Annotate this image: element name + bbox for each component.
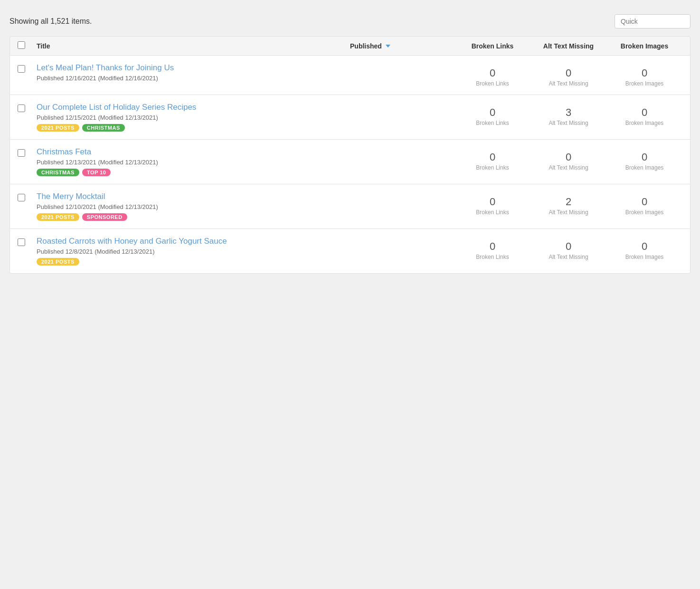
item-stats-3: 0 Broken Links 0 Alt Text Missing 0 Brok…: [454, 147, 682, 171]
header-check-col: [18, 41, 37, 50]
row-checkbox-3[interactable]: [18, 149, 25, 157]
showing-count: Showing all 1,521 items.: [9, 17, 92, 26]
item-title-2[interactable]: Our Complete List of Holiday Series Reci…: [37, 103, 454, 112]
item-title-1[interactable]: Let's Meal Plan! Thanks for Joining Us: [37, 63, 454, 73]
row-checkbox-5[interactable]: [18, 238, 25, 246]
tag-2021posts: 2021 POSTS: [37, 258, 79, 266]
tag-top10: TOP 10: [82, 169, 111, 176]
item-meta-5: Published 12/8/2021 (Modified 12/13/2021…: [37, 248, 454, 255]
quick-search-input[interactable]: [615, 14, 691, 28]
table-row: The Merry Mocktail Published 12/10/2021 …: [9, 184, 691, 229]
stat-alt-text-3: 0 Alt Text Missing: [530, 147, 606, 171]
item-tags: CHRISTMASTOP 10: [37, 169, 454, 176]
header-broken-links: Broken Links: [454, 42, 530, 50]
tag-christmas: CHRISTMAS: [37, 169, 79, 176]
tag-christmas: CHRISTMAS: [82, 124, 125, 132]
stat-broken-images-5: 0 Broken Images: [606, 237, 682, 260]
stat-broken-links-2: 0 Broken Links: [454, 103, 530, 126]
top-bar: Showing all 1,521 items.: [9, 14, 691, 28]
item-stats-2: 0 Broken Links 3 Alt Text Missing 0 Brok…: [454, 103, 682, 126]
item-meta-3: Published 12/13/2021 (Modified 12/13/202…: [37, 159, 454, 166]
stat-broken-images-3: 0 Broken Images: [606, 147, 682, 171]
header-broken-images: Broken Images: [606, 42, 682, 50]
table-row: Christmas Feta Published 12/13/2021 (Mod…: [9, 140, 691, 184]
stat-alt-text-2: 3 Alt Text Missing: [530, 103, 606, 126]
item-tags: 2021 POSTS: [37, 258, 454, 266]
item-tags: 2021 POSTSCHRISTMAS: [37, 124, 454, 132]
item-title-3[interactable]: Christmas Feta: [37, 147, 454, 157]
stat-broken-links-1: 0 Broken Links: [454, 63, 530, 87]
stat-broken-links-3: 0 Broken Links: [454, 147, 530, 171]
row-check-col: [18, 147, 37, 158]
row-checkbox-1[interactable]: [18, 65, 25, 73]
header-published[interactable]: Published: [350, 42, 454, 50]
select-all-checkbox[interactable]: [18, 41, 25, 49]
tag-2021posts: 2021 POSTS: [37, 124, 79, 132]
item-meta-2: Published 12/15/2021 (Modified 12/13/202…: [37, 114, 454, 121]
item-content-5: Roasted Carrots with Honey and Garlic Yo…: [37, 237, 454, 266]
stat-alt-text-4: 2 Alt Text Missing: [530, 192, 606, 216]
items-list: Let's Meal Plan! Thanks for Joining Us P…: [9, 56, 691, 274]
stat-broken-images-2: 0 Broken Images: [606, 103, 682, 126]
item-content-4: The Merry Mocktail Published 12/10/2021 …: [37, 192, 454, 221]
row-checkbox-2[interactable]: [18, 104, 25, 112]
header-title: Title: [37, 42, 350, 50]
item-content-2: Our Complete List of Holiday Series Reci…: [37, 103, 454, 132]
row-check-col: [18, 103, 37, 114]
table-row: Our Complete List of Holiday Series Reci…: [9, 95, 691, 140]
item-stats-4: 0 Broken Links 2 Alt Text Missing 0 Brok…: [454, 192, 682, 216]
stat-broken-links-5: 0 Broken Links: [454, 237, 530, 260]
item-content-3: Christmas Feta Published 12/13/2021 (Mod…: [37, 147, 454, 176]
table-header: Title Published Broken Links Alt Text Mi…: [9, 36, 691, 56]
sort-arrow-icon: [386, 45, 390, 48]
stat-broken-images-4: 0 Broken Images: [606, 192, 682, 216]
table-row: Roasted Carrots with Honey and Garlic Yo…: [9, 229, 691, 274]
tag-sponsored: SPONSORED: [82, 213, 127, 221]
item-title-4[interactable]: The Merry Mocktail: [37, 192, 454, 201]
header-alt-text: Alt Text Missing: [530, 42, 606, 50]
tag-2021posts: 2021 POSTS: [37, 213, 79, 221]
stat-broken-links-4: 0 Broken Links: [454, 192, 530, 216]
item-meta-4: Published 12/10/2021 (Modified 12/13/202…: [37, 203, 454, 210]
stat-broken-images-1: 0 Broken Images: [606, 63, 682, 87]
item-stats-1: 0 Broken Links 0 Alt Text Missing 0 Brok…: [454, 63, 682, 87]
stat-alt-text-5: 0 Alt Text Missing: [530, 237, 606, 260]
item-tags: 2021 POSTSSPONSORED: [37, 213, 454, 221]
item-content-1: Let's Meal Plan! Thanks for Joining Us P…: [37, 63, 454, 85]
item-title-5[interactable]: Roasted Carrots with Honey and Garlic Yo…: [37, 237, 454, 246]
row-check-col: [18, 63, 37, 74]
item-stats-5: 0 Broken Links 0 Alt Text Missing 0 Brok…: [454, 237, 682, 260]
stat-alt-text-1: 0 Alt Text Missing: [530, 63, 606, 87]
table-row: Let's Meal Plan! Thanks for Joining Us P…: [9, 56, 691, 95]
row-checkbox-4[interactable]: [18, 194, 25, 201]
item-meta-1: Published 12/16/2021 (Modified 12/16/202…: [37, 75, 454, 82]
row-check-col: [18, 192, 37, 203]
row-check-col: [18, 237, 37, 247]
